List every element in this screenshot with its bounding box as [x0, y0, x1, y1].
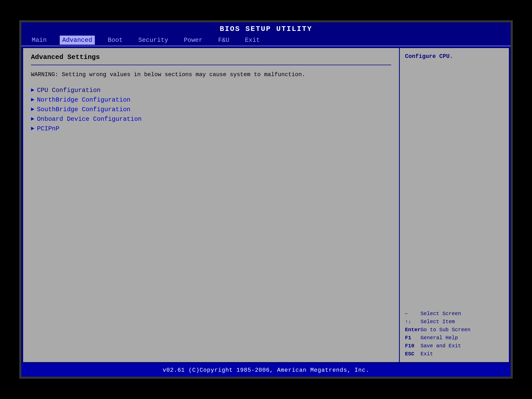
key-hint-select-screen: ← Select Screen	[405, 311, 504, 317]
arrow-icon-onboard: ►	[31, 116, 34, 122]
nav-tab-exit[interactable]: Exit	[242, 36, 263, 45]
nav-tab-security[interactable]: Security	[136, 36, 171, 45]
bios-title: BIOS SETUP UTILITY	[21, 22, 511, 35]
key-hint-esc: ESC Exit	[405, 351, 504, 357]
menu-item-pcipnp-label: PCIPnP	[37, 125, 59, 132]
menu-items-list: ► CPU Configuration ► NorthBridge Config…	[31, 87, 391, 132]
key-hint-select-item: ↑↓ Select Item	[405, 319, 504, 325]
menu-item-southbridge-label: SouthBridge Configuration	[37, 106, 130, 113]
key-enter: Enter	[405, 327, 421, 333]
nav-tab-advanced[interactable]: Advanced	[60, 36, 95, 45]
menu-item-cpu[interactable]: ► CPU Configuration	[31, 87, 391, 94]
arrow-icon-southbridge: ►	[31, 106, 34, 113]
nav-tab-fu[interactable]: F&U	[216, 36, 232, 45]
key-up-down: ↑↓	[405, 319, 421, 325]
key-esc: ESC	[405, 351, 421, 357]
menu-item-northbridge[interactable]: ► NorthBridge Configuration	[31, 96, 391, 103]
main-content: Advanced Settings WARNING: Setting wrong…	[22, 47, 510, 363]
key-hint-enter: Enter Go to Sub Screen	[405, 327, 504, 333]
nav-tab-main[interactable]: Main	[29, 36, 49, 45]
nav-tab-boot[interactable]: Boot	[105, 36, 125, 45]
menu-item-southbridge[interactable]: ► SouthBridge Configuration	[31, 106, 391, 113]
arrow-icon-cpu: ►	[31, 87, 34, 94]
menu-item-pcipnp[interactable]: ► PCIPnP	[31, 125, 391, 132]
nav-bar: Main Advanced Boot Security Power F&U Ex…	[21, 35, 511, 46]
menu-item-northbridge-label: NorthBridge Configuration	[37, 96, 130, 103]
right-panel: Configure CPU. ← Select Screen ↑↓ Select…	[400, 48, 509, 362]
key-enter-desc: Go to Sub Screen	[421, 327, 470, 333]
key-esc-desc: Exit	[421, 351, 433, 357]
arrow-icon-northbridge: ►	[31, 97, 34, 103]
key-f10: F10	[405, 343, 421, 349]
footer: v02.61 (C)Copyright 1985-2006, American …	[21, 364, 511, 377]
arrow-icon-pcipnp: ►	[31, 125, 34, 132]
menu-item-onboard-label: Onboard Device Configuration	[37, 116, 142, 123]
key-hint-f1: F1 General Help	[405, 335, 504, 341]
key-f10-desc: Save and Exit	[421, 343, 461, 349]
left-panel: Advanced Settings WARNING: Setting wrong…	[23, 48, 400, 362]
key-left-arrow: ←	[405, 311, 421, 317]
key-hint-f10: F10 Save and Exit	[405, 343, 504, 349]
menu-item-cpu-label: CPU Configuration	[37, 87, 101, 94]
section-title: Advanced Settings	[31, 53, 391, 61]
key-f1-desc: General Help	[421, 335, 458, 341]
key-f1: F1	[405, 335, 421, 341]
divider	[31, 65, 391, 65]
help-text: Configure CPU.	[405, 53, 504, 60]
nav-tab-power[interactable]: Power	[181, 36, 205, 45]
bios-screen: BIOS SETUP UTILITY Main Advanced Boot Se…	[19, 20, 513, 379]
menu-item-onboard[interactable]: ► Onboard Device Configuration	[31, 116, 391, 123]
warning-text: WARNING: Setting wrong values in below s…	[31, 70, 391, 79]
key-hints: ← Select Screen ↑↓ Select Item Enter Go …	[405, 311, 504, 357]
key-select-item-desc: Select Item	[421, 319, 455, 325]
key-select-screen-desc: Select Screen	[421, 311, 461, 317]
